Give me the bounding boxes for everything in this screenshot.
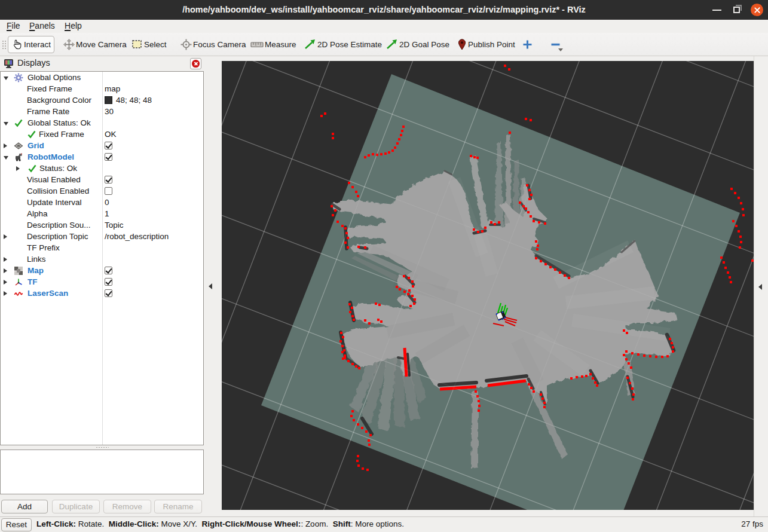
tree-row-label: TF Prefix [27, 242, 60, 253]
tree-row-label: Description Topic [27, 231, 88, 242]
tree-row-alpha[interactable]: Alpha1 [1, 208, 203, 219]
menu-file[interactable]: File [2, 20, 25, 33]
laser-icon [14, 289, 23, 298]
remove-display-button[interactable]: Remove [103, 500, 151, 513]
tool-label: Move Camera [76, 40, 127, 49]
tool-interact[interactable]: Interact [8, 36, 54, 53]
fps-counter: 27 fps [741, 519, 763, 528]
toolbar-overflow-caret[interactable] [558, 48, 563, 51]
add-tool-button[interactable] [519, 36, 536, 53]
tree-row-value[interactable]: 48; 48; 48 [116, 94, 152, 106]
tree-row-value[interactable]: OK [105, 129, 117, 140]
tree-row-fixed-frame[interactable]: Fixed FrameOK [1, 129, 203, 140]
close-icon [751, 4, 763, 16]
tree-row-value[interactable]: /robot_description [105, 231, 169, 242]
tree-row-label: TF [27, 276, 38, 288]
tool-label: Focus Camera [193, 40, 246, 49]
tree-row-global-options[interactable]: Global Options [1, 72, 203, 83]
tree-row-grid[interactable]: Grid [1, 140, 203, 151]
check-icon [27, 164, 37, 173]
tree-row-robotmodel[interactable]: RobotModel [1, 151, 203, 163]
tree-row-laserscan[interactable]: LaserScan [1, 288, 203, 299]
tree-row-map[interactable]: Map [1, 265, 203, 276]
tree-row-visual-enabled[interactable]: Visual Enabled [1, 174, 203, 185]
tree-row-value[interactable]: 1 [105, 208, 109, 219]
tree-row-label: Links [27, 253, 46, 265]
enabled-checkbox[interactable] [105, 289, 112, 297]
tool-select[interactable]: Select [128, 36, 170, 53]
tree-row-description-sou-[interactable]: Description Sou...Topic [1, 219, 203, 231]
tree-row-frame-rate[interactable]: Frame Rate30 [1, 106, 203, 117]
expand-arrow-icon[interactable] [4, 122, 8, 126]
minimize-button[interactable] [707, 0, 727, 20]
tool-2d-pose-estimate[interactable]: 2D Pose Estimate [301, 36, 385, 53]
expand-arrow-icon[interactable] [4, 156, 8, 160]
tool-measure[interactable]: Measure [247, 36, 299, 53]
displays-panel-close-button[interactable] [190, 58, 201, 69]
tool-2d-goal-pose[interactable]: 2D Goal Pose [383, 36, 452, 53]
tool-label: 2D Goal Pose [399, 40, 449, 49]
menu-panels[interactable]: Panels [25, 20, 60, 33]
enabled-checkbox[interactable] [105, 153, 112, 161]
tool-publish-point[interactable]: Publish Point [454, 36, 518, 53]
tree-row-collision-enabled[interactable]: Collision Enabled [1, 185, 203, 197]
color-swatch[interactable] [105, 96, 112, 104]
tree-row-background-color[interactable]: Background Color48; 48; 48 [1, 94, 203, 106]
expand-arrow-icon[interactable] [4, 143, 7, 148]
green-arrow-icon [304, 39, 316, 50]
rename-display-button[interactable]: Rename [154, 500, 202, 513]
tree-row-description-topic[interactable]: Description Topic/robot_description [1, 231, 203, 242]
tree-row-fixed-frame[interactable]: Fixed Framemap [1, 83, 203, 94]
check-icon [27, 130, 36, 139]
tree-row-value[interactable]: 0 [105, 197, 109, 208]
tree-row-label: Grid [27, 140, 44, 151]
add-display-button[interactable]: Add [1, 500, 48, 513]
enabled-checkbox[interactable] [105, 278, 112, 286]
expand-arrow-icon[interactable] [4, 291, 7, 296]
enabled-checkbox[interactable] [105, 176, 112, 184]
tree-row-update-interval[interactable]: Update Interval0 [1, 197, 203, 208]
tree-row-tf-prefix[interactable]: TF Prefix [1, 242, 203, 253]
expand-arrow-icon[interactable] [4, 234, 7, 239]
panel-collapse-arrow-left[interactable] [209, 283, 212, 289]
close-button[interactable] [746, 0, 767, 20]
hand-icon [11, 39, 23, 50]
tree-row-tf[interactable]: TF [1, 276, 203, 288]
displays-tree: Global OptionsFixed FramemapBackground C… [0, 71, 204, 445]
tree-row-global-status-ok[interactable]: Global Status: Ok [1, 117, 203, 129]
render-viewport[interactable] [222, 61, 754, 510]
tool-move-camera[interactable]: Move Camera [60, 36, 130, 53]
tree-row-label: Fixed Frame [39, 129, 84, 140]
green-arrow-icon [386, 39, 398, 50]
enabled-checkbox[interactable] [105, 187, 112, 195]
tool-focus-camera[interactable]: Focus Camera [178, 36, 249, 53]
tree-row-label: LaserScan [27, 288, 68, 299]
tree-row-value[interactable]: 30 [105, 106, 114, 117]
expand-arrow-icon[interactable] [4, 77, 8, 80]
reset-button[interactable]: Reset [1, 518, 32, 531]
tree-row-label: Global Options [27, 72, 81, 83]
maximize-button[interactable] [727, 0, 748, 20]
tree-row-links[interactable]: Links [1, 253, 203, 265]
tree-row-label: Update Interval [27, 197, 82, 208]
tree-row-label: Visual Enabled [27, 174, 81, 185]
title-bar: /home/yahboom/dev_ws/install/yahboomcar_… [0, 0, 768, 20]
expand-arrow-icon[interactable] [4, 280, 7, 285]
grid-icon [14, 141, 23, 151]
menu-help[interactable]: Help [60, 20, 87, 33]
toolbar-drag-handle[interactable] [2, 40, 6, 50]
expand-arrow-icon[interactable] [4, 257, 7, 262]
tree-row-value[interactable]: map [105, 83, 120, 94]
tool-label: Measure [265, 40, 296, 49]
enabled-checkbox[interactable] [105, 267, 112, 274]
tree-row-label: Frame Rate [27, 106, 69, 117]
panel-collapse-arrow-right[interactable] [758, 284, 762, 290]
duplicate-display-button[interactable]: Duplicate [52, 500, 100, 513]
status-bar: Reset Left-Click: Rotate. Middle-Click: … [0, 516, 768, 532]
expand-arrow-icon[interactable] [16, 166, 20, 171]
enabled-checkbox[interactable] [105, 142, 112, 149]
panel-splitter-handle[interactable] [96, 447, 109, 448]
tree-row-status-ok[interactable]: Status: Ok [1, 163, 203, 174]
expand-arrow-icon[interactable] [4, 268, 7, 273]
tree-row-value[interactable]: Topic [105, 219, 124, 231]
